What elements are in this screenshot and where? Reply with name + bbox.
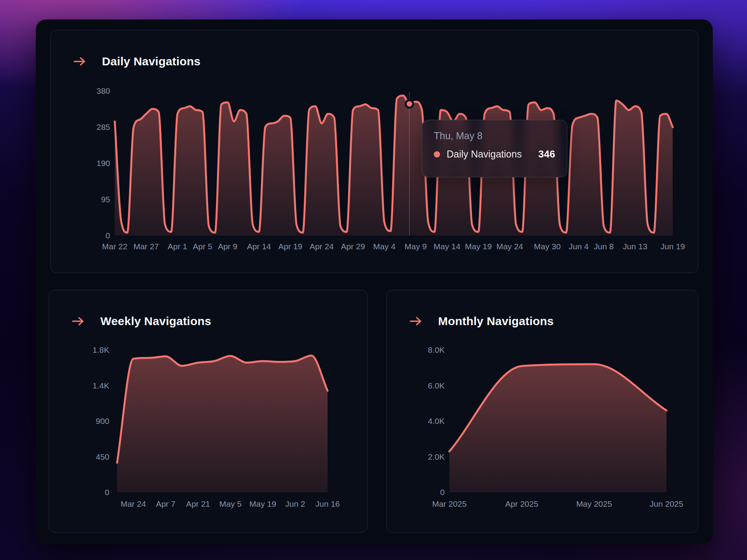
x-axis-label: Jun 2 bbox=[285, 499, 305, 508]
area-fill bbox=[117, 355, 328, 492]
x-axis-label: Apr 5 bbox=[193, 242, 212, 251]
x-axis-label: Jun 8 bbox=[594, 242, 614, 251]
y-axis-label: 380 bbox=[96, 86, 110, 95]
x-axis-label: Apr 19 bbox=[278, 242, 302, 251]
app-window: 095190285380Mar 22Mar 27Apr 1Apr 5Apr 9A… bbox=[36, 19, 713, 544]
y-axis-label: 4.0K bbox=[428, 416, 445, 425]
card-title: Daily Navigations bbox=[102, 55, 200, 68]
x-axis-label: Apr 2025 bbox=[505, 499, 538, 508]
card-header: Daily Navigations bbox=[73, 52, 200, 71]
card-title: Weekly Navigations bbox=[100, 315, 211, 328]
tooltip-date: Thu, May 8 bbox=[434, 130, 555, 142]
x-axis-label: May 9 bbox=[405, 242, 427, 251]
y-axis-label: 285 bbox=[96, 122, 110, 131]
x-axis-label: Mar 24 bbox=[121, 499, 146, 508]
x-axis-label: Apr 24 bbox=[310, 242, 334, 251]
y-axis-label: 2.0K bbox=[428, 452, 445, 461]
y-axis-label: 6.0K bbox=[428, 381, 445, 390]
arrow-right-icon bbox=[409, 316, 423, 326]
tooltip-series-row: Daily Navigations 346 bbox=[434, 148, 555, 160]
y-axis-label: 0 bbox=[105, 231, 110, 240]
y-axis-label: 1.4K bbox=[93, 381, 109, 390]
monthly-navigations-card: 02.0K4.0K6.0K8.0KMar 2025Apr 2025May 202… bbox=[386, 290, 698, 533]
x-axis-label: May 19 bbox=[465, 242, 492, 251]
x-axis-label: May 5 bbox=[219, 499, 242, 508]
x-axis-label: Jun 13 bbox=[623, 242, 647, 251]
x-axis-label: Apr 29 bbox=[341, 242, 365, 251]
arrow-right-icon bbox=[73, 56, 86, 66]
card-header: Monthly Navigations bbox=[409, 312, 554, 331]
hover-point-dot bbox=[406, 100, 413, 108]
weekly-navigations-card: 04509001.4K1.8KMar 24Apr 7Apr 21May 5May… bbox=[49, 290, 368, 533]
x-axis-label: Mar 2025 bbox=[432, 499, 467, 508]
daily-navigations-card: 095190285380Mar 22Mar 27Apr 1Apr 5Apr 9A… bbox=[50, 30, 698, 273]
y-axis-label: 190 bbox=[96, 159, 110, 168]
x-axis-label: Apr 14 bbox=[247, 242, 271, 251]
y-axis-label: 900 bbox=[96, 416, 109, 425]
arrow-right-icon bbox=[72, 316, 85, 326]
card-header: Weekly Navigations bbox=[72, 312, 211, 331]
x-axis-label: Mar 22 bbox=[102, 242, 127, 251]
tooltip-value: 346 bbox=[538, 148, 555, 160]
x-axis-label: Apr 9 bbox=[218, 242, 237, 251]
x-axis-label: Jun 2025 bbox=[650, 499, 683, 508]
x-axis-label: May 2025 bbox=[576, 499, 612, 508]
y-axis-label: 95 bbox=[101, 195, 110, 204]
y-axis-label: 8.0K bbox=[428, 345, 445, 354]
x-axis-label: Mar 27 bbox=[133, 242, 159, 251]
x-axis-label: May 14 bbox=[434, 242, 461, 251]
series-dot-icon bbox=[434, 151, 440, 158]
x-axis-label: May 19 bbox=[249, 499, 276, 508]
x-axis-label: May 24 bbox=[496, 242, 523, 251]
card-title: Monthly Navigations bbox=[438, 315, 554, 328]
y-axis-label: 1.8K bbox=[93, 345, 109, 354]
x-axis-label: Apr 7 bbox=[156, 499, 175, 508]
y-axis-label: 0 bbox=[440, 488, 445, 497]
x-axis-label: Apr 21 bbox=[186, 499, 210, 508]
x-axis-label: Jun 4 bbox=[569, 242, 589, 251]
y-axis-label: 450 bbox=[96, 452, 109, 461]
x-axis-label: Jun 16 bbox=[315, 499, 340, 508]
x-axis-label: May 4 bbox=[373, 242, 396, 251]
tooltip-series-label: Daily Navigations bbox=[447, 149, 522, 160]
chart-tooltip: Thu, May 8 Daily Navigations 346 bbox=[422, 120, 567, 177]
x-axis-label: May 30 bbox=[534, 242, 561, 251]
x-axis-label: Apr 1 bbox=[168, 242, 187, 251]
x-axis-label: Jun 19 bbox=[660, 242, 685, 251]
y-axis-label: 0 bbox=[105, 488, 109, 497]
